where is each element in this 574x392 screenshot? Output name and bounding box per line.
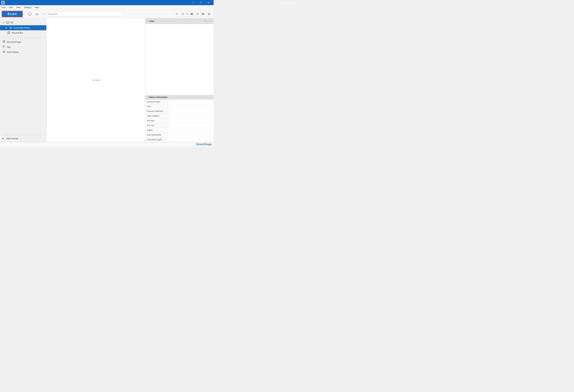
- title-bar: S ScanSnap Home ─ ❐ ✕: [0, 0, 214, 5]
- info-field-label: Document type: [145, 99, 168, 104]
- pc-label: PC: [10, 21, 13, 24]
- sidebar-item-tag[interactable]: Tag: [0, 44, 46, 50]
- info-field-label: Scanned date/time: [145, 109, 168, 114]
- info-field-label: Title: [145, 104, 168, 109]
- svg-rect-20: [202, 13, 203, 15]
- sidebar-item-help-manual[interactable]: ▶ Help manual: [0, 136, 46, 141]
- menu-view[interactable]: View: [14, 5, 22, 9]
- basic-info-panel: Document typeTitleScanned date/timeDate …: [145, 99, 214, 142]
- minimize-button[interactable]: ─: [189, 0, 197, 5]
- cloud-icon-btn[interactable]: [34, 11, 40, 17]
- info-field-label: Associated applic...: [145, 137, 168, 142]
- scan-button[interactable]: Scan: [2, 11, 23, 17]
- recycle-bin-icon: [7, 31, 10, 34]
- view-add-button[interactable]: +: [204, 19, 207, 23]
- detail-view-button[interactable]: [201, 11, 206, 17]
- refresh-button[interactable]: [174, 11, 179, 17]
- tag-icon: [3, 45, 5, 49]
- info-row: File type: [145, 118, 214, 123]
- info-field-value: [168, 123, 214, 128]
- basic-info-panel-header: ▼ Basic information: [145, 95, 214, 99]
- svg-point-8: [43, 13, 44, 14]
- main-layout: ▼ PC ▶ ScanSnap H: [0, 18, 214, 142]
- info-field-value: [168, 99, 214, 104]
- sort-button[interactable]: [180, 11, 185, 17]
- document-type-label: Document type: [7, 41, 21, 43]
- help-expand-arrow: ▶: [3, 138, 5, 139]
- sidebar-item-document-type[interactable]: Document type: [0, 39, 46, 44]
- computer-icon-btn[interactable]: [27, 11, 33, 17]
- menu-settings[interactable]: Settings: [22, 5, 33, 9]
- scansnap-expand-arrow: ▶: [6, 27, 8, 29]
- view-header-label: View: [149, 20, 154, 22]
- info-table: Document typeTitleScanned date/timeDate …: [145, 99, 214, 142]
- help-manual-label: Help manual: [6, 137, 18, 140]
- sidebar-separator-1: [3, 37, 44, 37]
- view-panel-content: [145, 24, 214, 95]
- toolbar-divider-1: [25, 11, 25, 17]
- svg-rect-15: [191, 14, 192, 15]
- restore-button[interactable]: ❐: [197, 0, 205, 5]
- view-collapse-icon[interactable]: ▼: [147, 20, 149, 22]
- document-type-icon: [3, 40, 5, 43]
- menu-bar: File Edit View Settings Help: [0, 5, 214, 10]
- info-field-value: [168, 132, 214, 137]
- search-input[interactable]: [48, 13, 121, 15]
- info-field-label: File type: [145, 118, 168, 123]
- svg-point-42: [3, 46, 4, 47]
- right-panel: ▼ View + − ▼ Basic information Document …: [145, 18, 214, 142]
- view-remove-button[interactable]: −: [208, 19, 212, 23]
- info-row: Date modified: [145, 114, 214, 118]
- info-row: Title: [145, 104, 214, 109]
- scansnap-logo: ScanSnap: [196, 143, 212, 146]
- info-field-value: [168, 137, 214, 142]
- pc-expand-arrow: ▼: [3, 22, 5, 24]
- info-field-value: [168, 104, 214, 109]
- basic-info-header-label: Basic information: [149, 96, 167, 98]
- svg-line-9: [44, 14, 45, 15]
- info-row: Scanned date/time: [145, 109, 214, 114]
- menu-help[interactable]: Help: [33, 5, 41, 9]
- toolbar-right: ▼: [174, 11, 212, 17]
- info-field-label: File size: [145, 123, 168, 128]
- search-box[interactable]: ▼: [41, 11, 123, 17]
- info-field-value: [168, 109, 214, 114]
- home-icon: [9, 26, 12, 29]
- sidebar-item-scansnap-home[interactable]: ▶ ScanSnap Home: [0, 25, 46, 30]
- menu-edit[interactable]: Edit: [7, 5, 14, 9]
- info-field-label: Pages: [145, 128, 168, 132]
- grid-view-button[interactable]: [195, 11, 200, 17]
- search-icon: [43, 13, 45, 15]
- content-area: No data: [46, 18, 145, 142]
- status-bar: ScanSnap: [0, 142, 214, 147]
- svg-point-43: [3, 51, 5, 53]
- scan-history-icon: [3, 51, 5, 54]
- sidebar-spacer: [0, 55, 46, 133]
- info-row: Associated applic...: [145, 137, 214, 142]
- sidebar-item-recycle-bin[interactable]: Recycle Bin: [0, 30, 46, 35]
- sidebar-item-scan-history[interactable]: Scan history: [0, 50, 46, 55]
- split-view-button[interactable]: [207, 11, 212, 17]
- info-row: Save destination: [145, 132, 214, 137]
- view-panel-header: ▼ View + −: [145, 18, 214, 24]
- info-row: File size: [145, 123, 214, 128]
- sort-dropdown-button[interactable]: ▼: [186, 11, 188, 17]
- recycle-bin-label: Recycle Bin: [12, 32, 23, 34]
- close-button[interactable]: ✕: [205, 0, 212, 5]
- sidebar-filter-section: Document type Tag Scan h: [0, 39, 46, 55]
- toolbar: Scan ▼: [0, 10, 214, 18]
- svg-rect-29: [6, 21, 9, 23]
- svg-rect-14: [192, 13, 193, 14]
- scansnap-home-label: ScanSnap Home: [14, 27, 30, 29]
- search-dropdown-arrow[interactable]: ▼: [46, 13, 47, 15]
- svg-rect-16: [192, 14, 193, 15]
- list-view-button[interactable]: [189, 11, 194, 17]
- info-field-value: [168, 114, 214, 118]
- info-row: Document type: [145, 99, 214, 104]
- svg-rect-13: [191, 13, 192, 14]
- menu-file[interactable]: File: [1, 5, 7, 9]
- sidebar-item-pc[interactable]: ▼ PC: [0, 20, 46, 25]
- sidebar-pc-section: ▼ PC ▶ ScanSnap H: [0, 19, 46, 36]
- computer-icon: [6, 21, 9, 24]
- basic-info-collapse-icon[interactable]: ▼: [147, 96, 149, 98]
